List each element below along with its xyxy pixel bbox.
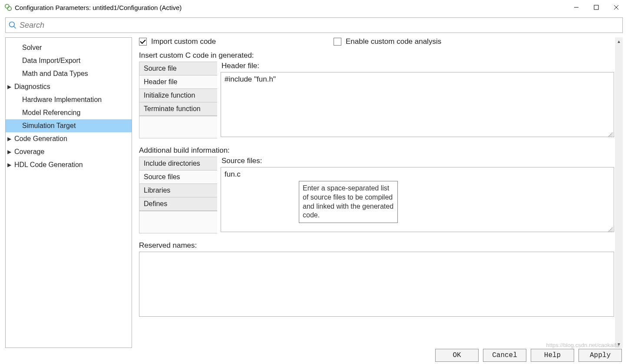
tab-source-files[interactable]: Source files bbox=[139, 171, 217, 184]
chevron-right-icon: ▶ bbox=[7, 149, 13, 155]
search-icon bbox=[8, 21, 17, 30]
insert-tabs: Source file Header file Initialize funct… bbox=[139, 62, 217, 138]
scroll-up-icon[interactable]: ▲ bbox=[615, 37, 623, 45]
vertical-scrollbar[interactable]: ▲ ▼ bbox=[615, 37, 623, 348]
window-title: Configuration Parameters: untitled1/Conf… bbox=[15, 4, 566, 11]
chevron-right-icon: ▶ bbox=[7, 136, 13, 142]
chevron-right-icon: ▶ bbox=[7, 84, 13, 90]
search-input[interactable] bbox=[20, 21, 620, 30]
header-file-textarea[interactable] bbox=[221, 72, 614, 137]
sidebar-item-math-data-types[interactable]: Math and Data Types bbox=[6, 67, 132, 80]
source-files-tooltip: Enter a space-separated list of source f… bbox=[299, 181, 398, 223]
dialog-footer: OK Cancel Help Apply bbox=[435, 347, 622, 348]
minimize-button[interactable] bbox=[566, 1, 586, 13]
svg-rect-3 bbox=[594, 5, 598, 10]
tab-include-directories[interactable]: Include directories bbox=[139, 157, 217, 171]
sidebar-item-coverage[interactable]: ▶Coverage bbox=[6, 145, 132, 158]
sidebar-item-hdl-code-generation[interactable]: ▶HDL Code Generation bbox=[6, 158, 132, 171]
import-custom-code-label: Import custom code bbox=[151, 37, 216, 46]
tab-header-file[interactable]: Header file bbox=[139, 75, 217, 89]
chevron-right-icon: ▶ bbox=[7, 162, 13, 168]
additional-section-label: Additional build information: bbox=[139, 146, 614, 155]
sidebar-item-simulation-target[interactable]: Simulation Target bbox=[6, 119, 132, 132]
sidebar-item-hardware-implementation[interactable]: Hardware Implementation bbox=[6, 93, 132, 106]
content-panel: Import custom code Enable custom code an… bbox=[139, 37, 623, 348]
maximize-button[interactable] bbox=[586, 1, 606, 13]
import-custom-code-checkbox[interactable] bbox=[139, 38, 147, 46]
reserved-names-label: Reserved names: bbox=[139, 241, 614, 250]
svg-point-6 bbox=[10, 22, 15, 27]
tab-initialize-function[interactable]: Initialize function bbox=[139, 89, 217, 102]
source-files-label: Source files: bbox=[221, 157, 614, 165]
svg-line-7 bbox=[14, 26, 16, 29]
reserved-names-textarea[interactable] bbox=[139, 252, 614, 317]
title-bar: Configuration Parameters: untitled1/Conf… bbox=[0, 0, 628, 15]
tab-defines[interactable]: Defines bbox=[139, 197, 217, 211]
tab-libraries[interactable]: Libraries bbox=[139, 184, 217, 197]
sidebar-item-data-import-export[interactable]: Data Import/Export bbox=[6, 54, 132, 67]
source-files-textarea[interactable] bbox=[221, 167, 614, 232]
sidebar-item-diagnostics[interactable]: ▶Diagnostics bbox=[6, 80, 132, 93]
enable-custom-code-analysis-checkbox[interactable] bbox=[334, 38, 341, 46]
category-tree: Solver Data Import/Export Math and Data … bbox=[5, 37, 132, 348]
additional-tabs: Include directories Source files Librari… bbox=[139, 157, 217, 233]
insert-section-label: Insert custom C code in generated: bbox=[139, 51, 614, 60]
tab-terminate-function[interactable]: Terminate function bbox=[139, 102, 217, 116]
sidebar-item-code-generation[interactable]: ▶Code Generation bbox=[6, 132, 132, 145]
svg-point-0 bbox=[5, 4, 9, 8]
app-icon bbox=[4, 3, 12, 11]
sidebar-item-solver[interactable]: Solver bbox=[6, 41, 132, 54]
enable-custom-code-analysis-label: Enable custom code analysis bbox=[346, 37, 441, 46]
search-box[interactable] bbox=[5, 17, 623, 33]
tab-source-file[interactable]: Source file bbox=[139, 62, 217, 75]
header-file-label: Header file: bbox=[221, 62, 614, 70]
svg-point-1 bbox=[7, 7, 11, 10]
close-button[interactable] bbox=[606, 1, 626, 13]
sidebar-item-model-referencing[interactable]: Model Referencing bbox=[6, 106, 132, 119]
